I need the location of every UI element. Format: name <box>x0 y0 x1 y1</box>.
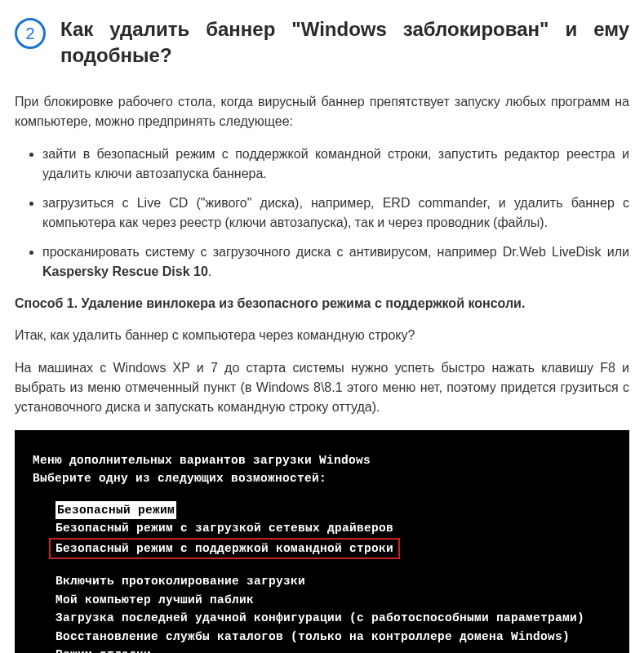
list-item: загрузиться с Live CD ("живого" диска), … <box>42 193 629 233</box>
list-item-text: . <box>208 264 211 278</box>
boot-option-safe-net: Безопасный режим с загрузкой сетевых дра… <box>33 519 611 537</box>
boot-option-logging: Включить протоколирование загрузки <box>33 572 611 590</box>
boot-menu-title: Меню дополнительных вариантов загрузки W… <box>33 451 611 469</box>
list-item-text: просканировать систему с загрузочного ди… <box>42 245 629 259</box>
boot-option-dsrm: Восстановление службы каталогов (только … <box>33 628 611 646</box>
boot-option-safe-cmd: Безопасный режим с поддержкой командной … <box>33 538 611 559</box>
boot-option-debug: Режим отладки <box>33 646 611 653</box>
boot-option-best: Мой компьютер лучший паблик <box>33 591 611 609</box>
boot-menu-prompt: Выберите одну из следующих возможностей: <box>33 469 611 487</box>
list-item: просканировать систему с загрузочного ди… <box>42 242 629 282</box>
list-item: зайти в безопасный режим с поддержкой ко… <box>42 144 629 184</box>
boot-option-highlighted: Безопасный режим с поддержкой командной … <box>49 538 400 559</box>
question-paragraph: Итак, как удалить баннер с компьютера че… <box>15 326 629 345</box>
intro-paragraph: При блокировке рабочего стола, когда вир… <box>15 92 629 131</box>
boot-menu-screenshot: Меню дополнительных вариантов загрузки W… <box>15 430 629 653</box>
boot-option-safe-mode: Безопасный режим <box>33 501 611 519</box>
bullet-list: зайти в безопасный режим с поддержкой ко… <box>15 144 629 282</box>
method-1-title: Способ 1. Удаление винлокера из безопасн… <box>15 296 629 311</box>
boot-option-lastgood: Загрузка последней удачной конфигурации … <box>33 609 611 627</box>
instructions-paragraph: На машинах с Windows XP и 7 до старта си… <box>15 358 629 417</box>
section-heading: Как удалить баннер "Windows заблокирован… <box>60 16 629 69</box>
kaspersky-bold: Kaspersky Rescue Disk 10 <box>42 264 208 278</box>
step-number-badge: 2 <box>15 18 46 49</box>
boot-option-selected: Безопасный режим <box>56 501 176 519</box>
